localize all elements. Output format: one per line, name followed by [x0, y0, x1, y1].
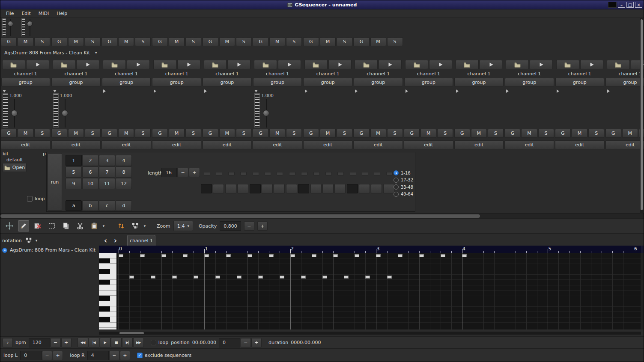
pattern-index-button-3[interactable]: 3: [99, 155, 115, 166]
edit-button[interactable]: edit: [51, 140, 101, 149]
gms-g-button[interactable]: G: [605, 129, 621, 138]
notation-vertical-scrollbar[interactable]: [641, 253, 644, 329]
gms-s-button[interactable]: S: [286, 37, 302, 46]
loop-left-decrement-button[interactable]: −: [42, 351, 52, 360]
gms-g-button[interactable]: G: [101, 37, 117, 46]
gms-g-button[interactable]: G: [353, 129, 369, 138]
piano-key-black[interactable]: [99, 317, 110, 322]
piano-key-black[interactable]: [99, 269, 110, 274]
note[interactable]: [322, 276, 327, 279]
pattern-step-button-7[interactable]: [274, 184, 285, 193]
zoom-select[interactable]: 1:4 ▾: [173, 221, 193, 231]
gms-m-button[interactable]: M: [169, 129, 185, 138]
note[interactable]: [215, 276, 220, 279]
play-channel-button[interactable]: [76, 60, 99, 69]
pattern-index-button-12[interactable]: 12: [116, 178, 132, 189]
bpm-decrement-button[interactable]: −: [51, 338, 61, 347]
open-channel-button[interactable]: [2, 60, 25, 69]
pattern-step-button-12[interactable]: [334, 184, 346, 193]
group-button[interactable]: group: [102, 78, 151, 86]
piano-key-black[interactable]: [99, 306, 110, 312]
open-kit-button[interactable]: Open: [3, 163, 27, 172]
note-grid[interactable]: [117, 253, 641, 329]
pattern-step-button-2[interactable]: [213, 184, 224, 193]
slider-knob[interactable]: [263, 110, 269, 116]
gms-s-button[interactable]: S: [337, 37, 352, 46]
chevron-down-icon[interactable]: ▾: [36, 238, 38, 243]
pattern-index-button-4[interactable]: 4: [116, 155, 132, 166]
gms-m-button[interactable]: M: [320, 129, 336, 138]
note[interactable]: [119, 254, 123, 257]
volume-slider[interactable]: [9, 98, 21, 128]
play-channel-button[interactable]: [379, 60, 402, 69]
group-button[interactable]: group: [253, 78, 302, 86]
edit-button[interactable]: edit: [253, 140, 302, 149]
gms-m-button[interactable]: M: [118, 129, 134, 138]
gms-m-button[interactable]: M: [370, 129, 386, 138]
position-decrement-button[interactable]: −: [241, 338, 251, 347]
transport-loop-checkbox[interactable]: loop: [151, 340, 169, 345]
gms-m-button[interactable]: M: [622, 129, 638, 138]
note[interactable]: [398, 254, 402, 257]
expand-pad-arrow[interactable]: [204, 89, 207, 93]
pattern-bank-button-c[interactable]: c: [99, 200, 115, 211]
open-channel-button[interactable]: [556, 60, 579, 69]
pattern-loop-checkbox[interactable]: loop: [27, 196, 45, 202]
gms-s-button[interactable]: S: [185, 129, 201, 138]
play-channel-button[interactable]: [278, 60, 301, 69]
gms-m-button[interactable]: M: [18, 129, 33, 138]
play-channel-button[interactable]: [480, 60, 503, 69]
note[interactable]: [355, 254, 359, 257]
pattern-step-button-5[interactable]: [250, 184, 261, 193]
gms-s-button[interactable]: S: [387, 37, 403, 46]
note[interactable]: [129, 276, 134, 279]
pattern-step-button-1[interactable]: [201, 184, 212, 193]
opacity-decrement-button[interactable]: −: [244, 221, 254, 231]
edit-button[interactable]: edit: [555, 140, 605, 149]
gms-s-button[interactable]: S: [387, 129, 403, 138]
scrollbar-handle[interactable]: [119, 332, 144, 334]
edit-button[interactable]: edit: [353, 140, 403, 149]
gms-s-button[interactable]: S: [135, 129, 151, 138]
play-channel-button[interactable]: [26, 60, 49, 69]
gms-m-button[interactable]: M: [420, 129, 436, 138]
pattern-step-button-16[interactable]: [383, 184, 394, 193]
cut-button[interactable]: [75, 220, 86, 231]
scroll-left-button[interactable]: ‹: [101, 235, 110, 246]
gms-g-button[interactable]: G: [203, 37, 218, 46]
opacity-increment-button[interactable]: +: [257, 221, 268, 231]
gms-g-button[interactable]: G: [1, 129, 17, 138]
play-channel-button[interactable]: [177, 60, 200, 69]
group-button[interactable]: group: [555, 78, 605, 86]
note[interactable]: [161, 254, 166, 257]
loop-right-increment-button[interactable]: +: [120, 351, 130, 360]
piano-key-white[interactable]: [99, 296, 116, 301]
slider-knob[interactable]: [8, 21, 13, 27]
group-button[interactable]: group: [152, 78, 201, 86]
paste-dropdown-button[interactable]: ▾: [101, 220, 107, 231]
piano-key-white[interactable]: [99, 280, 116, 285]
note[interactable]: [376, 254, 381, 257]
play-channel-button[interactable]: [328, 60, 352, 69]
position-cursor-button[interactable]: [4, 220, 15, 231]
gms-g-button[interactable]: G: [152, 37, 168, 46]
gms-g-button[interactable]: G: [1, 37, 17, 46]
position-offset-value[interactable]: 0: [219, 338, 240, 347]
gms-s-button[interactable]: S: [85, 37, 101, 46]
piano-key-white[interactable]: [99, 258, 116, 264]
previous-button[interactable]: |◀: [89, 338, 99, 347]
piano-key-white[interactable]: [99, 291, 116, 296]
pattern-step-button-15[interactable]: [371, 184, 382, 193]
gms-m-button[interactable]: M: [68, 37, 84, 46]
open-channel-button[interactable]: [304, 60, 328, 69]
piano-key-black[interactable]: [99, 296, 110, 301]
edit-button[interactable]: edit: [504, 140, 554, 149]
pattern-bank-button-a[interactable]: a: [66, 200, 82, 211]
gms-g-button[interactable]: G: [51, 37, 67, 46]
exclude-sequencers-checkbox[interactable]: ✓ exclude sequencers: [137, 353, 191, 358]
pattern-step-button-9[interactable]: [298, 184, 309, 193]
gms-g-button[interactable]: G: [101, 129, 117, 138]
note[interactable]: [344, 276, 349, 279]
pattern-index-button-5[interactable]: 5: [66, 166, 82, 178]
stop-button[interactable]: ■: [111, 338, 122, 347]
